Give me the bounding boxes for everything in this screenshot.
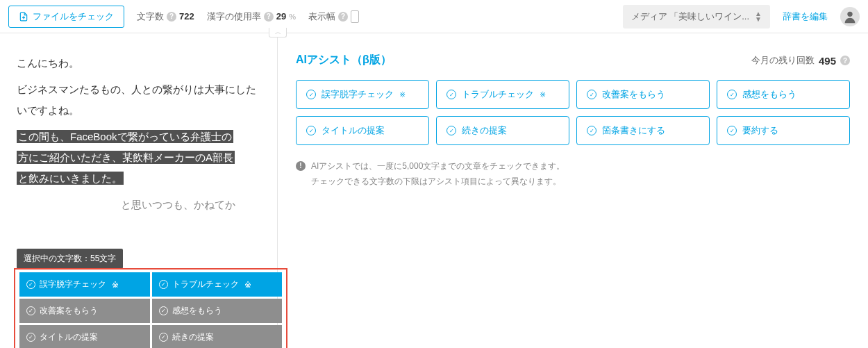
edit-dictionary-link[interactable]: 辞書を編集 [783, 10, 828, 23]
assist-button[interactable]: ✓改善案をもらう [576, 80, 710, 109]
context-menu-label: 誤字脱字チェック [40, 279, 106, 290]
selected-text: 方にご紹介いただき、某飲料メーカーのA部長 [17, 151, 235, 164]
assist-button[interactable]: ✓感想をもらう [717, 80, 850, 109]
paragraph: と思いつつも、かねてか [17, 194, 260, 215]
asterisk: ※ [112, 280, 119, 290]
kanji-rate-label: 漢字の使用率 [207, 10, 261, 23]
check-circle-icon: ✓ [587, 126, 596, 135]
check-circle-icon: ✓ [306, 126, 316, 135]
help-icon[interactable]: ? [264, 12, 274, 22]
file-check-button[interactable]: ファイルをチェック [8, 6, 124, 28]
check-circle-icon: ✓ [159, 280, 168, 289]
remaining-label: 今月の残り回数 [751, 54, 815, 67]
kanji-rate-stat: 漢字の使用率 ? 29% [207, 10, 296, 23]
context-menu-label: タイトルの提案 [40, 331, 98, 343]
editor-pane[interactable]: こんにちわ。 ビジネスマンたるもの、人との繋がりは大事にしたいですよね。 この間… [0, 33, 278, 348]
assist-button-label: 箇条書きにする [602, 124, 665, 137]
assist-button-label: 改善案をもらう [602, 88, 665, 101]
assist-button-label: タイトルの提案 [322, 124, 385, 137]
check-circle-icon: ✓ [727, 126, 737, 135]
display-width-label: 表示幅 [308, 10, 335, 23]
assist-button[interactable]: ✓続きの提案 [436, 116, 569, 145]
assist-buttons-grid: ✓誤字脱字チェック※✓トラブルチェック※✓改善案をもらう✓感想をもらう✓タイトル… [296, 80, 850, 145]
check-circle-icon: ✓ [727, 90, 737, 99]
asterisk: ※ [540, 90, 546, 99]
context-menu-item[interactable]: ✓続きの提案 [152, 325, 283, 348]
check-circle-icon: ✓ [26, 306, 35, 315]
help-icon[interactable]: ? [840, 56, 850, 65]
assist-button-label: トラブルチェック [462, 88, 534, 101]
assist-button[interactable]: ✓箇条書きにする [576, 116, 710, 145]
avatar[interactable] [840, 7, 860, 26]
select-arrows-icon: ▲▼ [755, 11, 762, 22]
selection-count-badge: 選択中の文字数：55文字 [17, 249, 123, 269]
check-circle-icon: ✓ [26, 333, 35, 342]
file-check-label: ファイルをチェック [33, 10, 114, 23]
check-circle-icon: ✓ [159, 333, 168, 342]
context-menu-label: 改善案をもらう [40, 305, 98, 317]
remaining-value: 495 [819, 55, 836, 67]
assist-button[interactable]: ✓誤字脱字チェック※ [296, 80, 429, 109]
paragraph: この間も、FaceBookで繋がっている弁護士の 方にご紹介いただき、某飲料メー… [17, 126, 260, 189]
context-menu-item[interactable]: ✓トラブルチェック※ [152, 272, 283, 297]
device-icon[interactable] [351, 10, 359, 23]
user-icon [842, 9, 858, 24]
kanji-rate-unit: % [289, 13, 296, 21]
ai-assist-pane: ︿ AIアシスト（β版） 今月の残り回数 495 ? ✓誤字脱字チェック※✓トラ… [278, 33, 868, 348]
help-icon[interactable]: ? [167, 12, 176, 22]
char-count-stat: 文字数 ? 722 [137, 10, 194, 23]
context-menu-item[interactable]: ✓改善案をもらう [19, 299, 150, 323]
media-select[interactable]: メディア 「美味しいワイン... ▲▼ [623, 5, 770, 28]
context-menu-label: 続きの提案 [172, 331, 214, 343]
check-circle-icon: ✓ [26, 280, 35, 289]
ai-assist-note: ! AIアシストでは、一度に5,000文字までの文章をチェックできます。 チェッ… [296, 159, 850, 189]
assist-button-label: 要約する [742, 124, 778, 137]
check-circle-icon: ✓ [446, 90, 456, 99]
note-line: チェックできる文字数の下限はアシスト項目によって異なります。 [311, 174, 565, 190]
asterisk: ※ [244, 280, 251, 290]
display-width-stat: 表示幅 ? [308, 10, 359, 23]
note-line: AIアシストでは、一度に5,000文字までの文章をチェックできます。 [311, 159, 565, 174]
selected-text: と飲みにいきました。 [17, 172, 124, 185]
media-select-label: メディア 「美味しいワイン... [631, 10, 749, 23]
selection-context-menu: ✓誤字脱字チェック※✓トラブルチェック※✓改善案をもらう✓感想をもらう✓タイトル… [14, 268, 287, 348]
context-menu-label: トラブルチェック [172, 279, 239, 290]
assist-button[interactable]: ✓要約する [717, 116, 850, 145]
info-icon: ! [296, 161, 306, 171]
assist-button[interactable]: ✓タイトルの提案 [296, 116, 429, 145]
assist-button[interactable]: ✓トラブルチェック※ [436, 80, 569, 109]
upload-icon [19, 12, 28, 22]
check-circle-icon: ✓ [306, 90, 316, 99]
paragraph: ビジネスマンたるもの、人との繋がりは大事にしたいですよね。 [17, 79, 260, 121]
kanji-rate-value: 29 [276, 11, 286, 22]
document-text[interactable]: こんにちわ。 ビジネスマンたるもの、人との繋がりは大事にしたいですよね。 この間… [17, 53, 260, 215]
char-count-value: 722 [179, 11, 194, 22]
assist-button-label: 続きの提案 [462, 124, 507, 137]
paragraph: こんにちわ。 [17, 53, 260, 74]
context-menu-label: 感想をもらう [172, 305, 222, 317]
check-circle-icon: ✓ [159, 306, 168, 315]
help-icon[interactable]: ? [338, 12, 348, 22]
svg-point-0 [847, 11, 852, 16]
top-toolbar: ファイルをチェック 文字数 ? 722 漢字の使用率 ? 29% 表示幅 ? メ… [0, 0, 868, 33]
context-menu-item[interactable]: ✓タイトルの提案 [19, 325, 150, 348]
check-circle-icon: ✓ [446, 126, 456, 135]
char-count-label: 文字数 [137, 10, 164, 23]
check-circle-icon: ✓ [587, 90, 596, 99]
asterisk: ※ [399, 90, 406, 99]
collapse-tab[interactable]: ︿ [269, 28, 287, 38]
selected-text: この間も、FaceBookで繋がっている弁護士の [17, 130, 233, 143]
assist-button-label: 誤字脱字チェック [322, 88, 394, 101]
context-menu-item[interactable]: ✓感想をもらう [152, 299, 283, 323]
assist-button-label: 感想をもらう [742, 88, 796, 101]
remaining-count: 今月の残り回数 495 ? [751, 54, 850, 67]
context-menu-item[interactable]: ✓誤字脱字チェック※ [19, 272, 150, 297]
